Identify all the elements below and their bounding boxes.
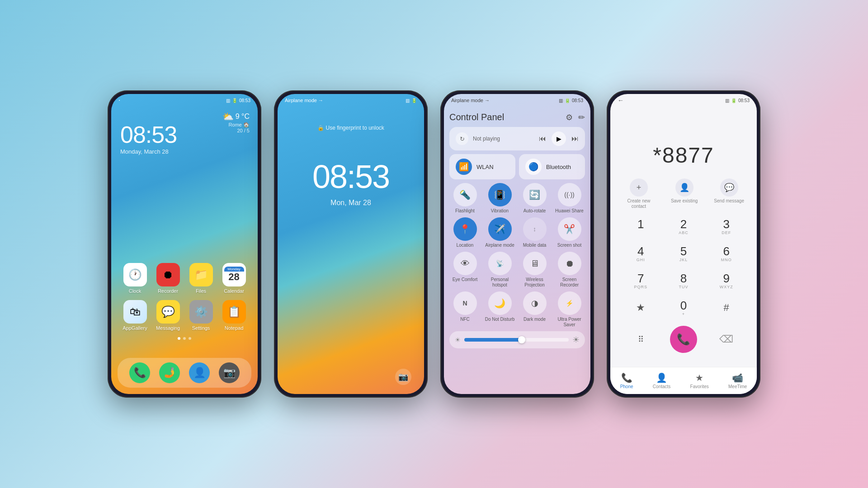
app-appgallery[interactable]: 🛍 AppGallery <box>120 300 151 331</box>
app-settings[interactable]: ⚙️ Settings <box>186 300 217 331</box>
send-message-btn[interactable]: 💬 Send message <box>714 178 744 209</box>
cp-ultra-power[interactable]: ⚡ Ultra Power Saver <box>554 291 585 328</box>
weather-range: 20 / 5 <box>222 128 250 133</box>
lockscreen-screen: Airplane mode → ▥ 🔋 🔒 Use fingerprint to… <box>278 94 424 394</box>
nfc-label: NFC <box>460 317 470 322</box>
cp-screenshot[interactable]: ✂️ Screen shot <box>554 217 585 248</box>
dock-camera[interactable]: 📷 <box>219 362 240 383</box>
app-calendar[interactable]: Monday 28 Calendar <box>219 263 250 294</box>
cp-airplane[interactable]: ✈️ Airplane mode <box>484 217 515 248</box>
music-next-icon[interactable]: ⏭ <box>571 135 579 143</box>
nav-contacts-icon: 👤 <box>656 372 667 383</box>
mobile-data-icon: ↕ <box>523 217 547 241</box>
create-contact-btn[interactable]: + Create new contact <box>623 178 655 209</box>
homescreen-bg: · ▥ 🔋 08:53 08:53 Monday, March 28 <box>111 94 258 394</box>
nav-contacts[interactable]: 👤 Contacts <box>653 372 670 389</box>
key-9-num: 9 <box>723 272 729 284</box>
app-grid: 🕐 Clock ⏺ Recorder 📁 Files <box>111 263 258 344</box>
fingerprint-text: 🔒 Use fingerprint to unlock <box>317 125 384 131</box>
app-row-2: 🛍 AppGallery 💬 Messaging ⚙️ Settings <box>118 300 250 331</box>
wlan-button[interactable]: 📶 WLAN <box>449 154 515 179</box>
key-8[interactable]: 8 TUV <box>668 268 699 293</box>
vibration-label: Vibration <box>491 208 509 214</box>
screen-recorder-icon: ⏺ <box>558 252 581 275</box>
music-prev-icon[interactable]: ⏮ <box>539 135 546 143</box>
calendar-icon: Monday 28 <box>222 263 246 286</box>
notepad-label: Notepad <box>225 325 244 331</box>
battery-icon-cp: 🔋 <box>565 98 570 103</box>
controlpanel-screen: Airplane mode → ▥ 🔋 08:53 Control Panel … <box>444 94 590 394</box>
backspace-button[interactable]: ⌫ <box>713 326 740 353</box>
key-6[interactable]: 6 MNO <box>711 241 742 266</box>
cp-edit-icon[interactable]: ✏ <box>578 113 585 122</box>
notepad-icon: 📋 <box>222 300 246 324</box>
brightness-fill <box>464 338 522 342</box>
cp-huawei-share[interactable]: ((·)) Huawei Share <box>554 183 585 214</box>
cp-hotspot[interactable]: 📡 Personal hotspot <box>484 252 515 288</box>
key-hash[interactable]: # <box>711 295 742 320</box>
app-clock[interactable]: 🕐 Clock <box>120 263 151 294</box>
cp-flashlight[interactable]: 🔦 Flashlight <box>449 183 481 214</box>
screenshot-label: Screen shot <box>557 243 581 248</box>
key-7-num: 7 <box>637 272 644 284</box>
key-star[interactable]: ★ <box>625 295 656 320</box>
brightness-bar: ☀ ☀ <box>449 331 585 348</box>
nav-favorites[interactable]: ★ Favorites <box>690 372 709 389</box>
cp-dark-mode[interactable]: ◑ Dark mode <box>519 291 550 328</box>
dock-contacts[interactable]: 👤 <box>189 362 210 383</box>
key-7[interactable]: 7 PQRS <box>625 268 656 293</box>
call-button[interactable]: 📞 <box>670 326 697 353</box>
cp-settings-icon[interactable]: ⚙ <box>566 113 573 122</box>
app-notepad[interactable]: 📋 Notepad <box>219 300 250 331</box>
cp-location[interactable]: 📍 Location <box>449 217 481 248</box>
key-0[interactable]: 0 + <box>668 295 699 320</box>
nav-meetime-icon: 📹 <box>732 372 743 383</box>
hotspot-icon: 📡 <box>488 252 512 275</box>
key-4[interactable]: 4 GHI <box>625 241 656 266</box>
brightness-thumb <box>518 336 525 343</box>
flashlight-label: Flashlight <box>455 208 475 214</box>
keypad-toggle-btn[interactable]: ⠿ <box>627 326 654 353</box>
music-refresh-icon[interactable]: ↻ <box>456 132 468 145</box>
key-4-num: 4 <box>637 245 644 257</box>
key-5[interactable]: 5 JKL <box>668 241 699 266</box>
vibration-icon: 📳 <box>488 183 512 206</box>
dock: 📞 🤳 👤 📷 <box>118 358 251 388</box>
status-icons-dialer: ▥ 🔋 08:53 <box>725 98 750 103</box>
phone-homescreen: · ▥ 🔋 08:53 08:53 Monday, March 28 <box>108 90 261 398</box>
nav-meetime-label: MeeTime <box>728 384 747 389</box>
home-time-widget: 08:53 Monday, March 28 ⛅ 9 °C Rome 🏠 <box>111 107 258 155</box>
app-recorder[interactable]: ⏺ Recorder <box>153 263 184 294</box>
cp-screen-recorder[interactable]: ⏺ Screen Recorder <box>554 252 585 288</box>
key-9[interactable]: 9 WXYZ <box>711 268 742 293</box>
key-1[interactable]: 1 <box>625 214 656 239</box>
cp-eye-comfort[interactable]: 👁 Eye Comfort <box>449 252 481 288</box>
time-dialer: 08:53 <box>738 98 750 103</box>
lock-camera-button[interactable]: 📷 <box>395 369 411 385</box>
cp-dnd[interactable]: 🌙 Do Not Disturb <box>484 291 515 328</box>
status-bar-lock: Airplane mode → ▥ 🔋 <box>278 94 424 107</box>
cp-vibration[interactable]: 📳 Vibration <box>484 183 515 214</box>
cp-wireless-proj[interactable]: 🖥 Wireless Projection <box>519 252 550 288</box>
music-play-button[interactable]: ▶ <box>552 131 566 146</box>
dock-faceunlock[interactable]: 🤳 <box>159 362 180 383</box>
nav-phone[interactable]: 📞 Phone <box>620 372 633 389</box>
cp-mobile-data[interactable]: ↕ Mobile data <box>519 217 550 248</box>
cp-autorotate[interactable]: 🔄 Auto-rotate <box>519 183 550 214</box>
app-messaging[interactable]: 💬 Messaging <box>153 300 184 331</box>
key-3[interactable]: 3 DEF <box>711 214 742 239</box>
key-2[interactable]: 2 ABC <box>668 214 699 239</box>
key-5-num: 5 <box>680 245 687 257</box>
brightness-track[interactable] <box>464 338 569 342</box>
nav-meetime[interactable]: 📹 MeeTime <box>728 372 747 389</box>
key-3-alpha: DEF <box>722 230 731 235</box>
app-files[interactable]: 📁 Files <box>186 263 217 294</box>
dock-phone[interactable]: 📞 <box>129 362 150 383</box>
brightness-max-icon: ☀ <box>572 335 580 345</box>
save-existing-btn[interactable]: 👤 Save existing <box>671 178 698 209</box>
bluetooth-button[interactable]: 🔵 Bluetooth <box>519 154 585 179</box>
cp-nfc[interactable]: N NFC <box>449 291 481 328</box>
create-contact-label: Create new contact <box>623 198 655 209</box>
phones-container: · ▥ 🔋 08:53 08:53 Monday, March 28 <box>108 90 760 398</box>
vibrate-icon-dialer: ▥ <box>725 98 729 103</box>
